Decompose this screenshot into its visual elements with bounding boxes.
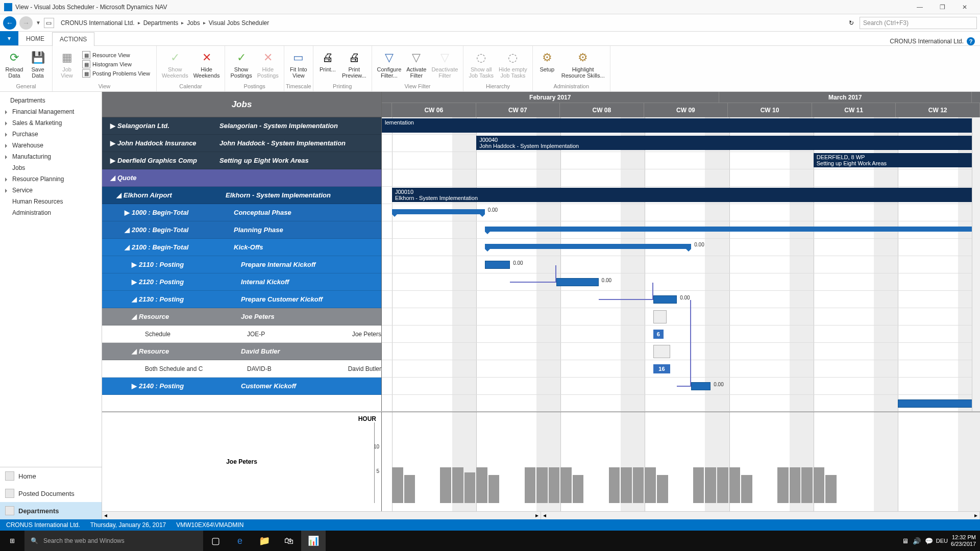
nav-dropdown-icon[interactable]: ▼ [36,20,41,26]
nav-home[interactable]: Home [0,467,102,485]
setup[interactable]: ⚙Setup [536,49,558,73]
breadcrumb-part[interactable]: Jobs [187,19,200,27]
tray-language[interactable]: DEU [936,538,948,544]
tab-home[interactable]: HOME [18,32,52,45]
highlight-resource-skills[interactable]: ⚙Highlight Resource Skills... [559,49,607,80]
breadcrumb-part[interactable]: Visual Jobs Scheduler [209,19,270,27]
resource-view[interactable]: ▦Resource View [82,51,150,59]
tray-icons[interactable]: 🖥 🔊 💬 [902,537,933,545]
gantt-bar-deerfield[interactable]: DEERFIELD, 8 WPSetting up Eight Work Are… [814,153,980,167]
gantt-summary-2000[interactable] [485,227,980,232]
close-button[interactable]: ✕ [953,0,976,14]
hide-weekends[interactable]: ✕Hide Weekends [191,49,222,80]
search-input[interactable]: Search (Ctrl+F3) [860,17,977,29]
histogram-view[interactable]: ▦Histogram View [82,60,150,68]
print[interactable]: 🖨Print... [316,49,339,73]
nav-item-sales-marketing[interactable]: Sales & Marketing [0,117,102,129]
refresh-button[interactable]: ↻ [846,18,856,28]
tray-clock[interactable]: 12:32 PM 6/23/2017 [951,534,976,547]
gantt-allocbox-david[interactable] [653,345,670,358]
gantt-task-2140[interactable] [691,382,710,390]
expand-icon[interactable]: ▶ [132,261,139,268]
breadcrumb-part[interactable]: Departments [143,19,179,27]
job-row[interactable]: ◢2000 : Begin-TotalPlanning Phase [102,221,381,239]
expand-icon[interactable]: ▶ [125,209,132,216]
expand-icon[interactable]: ◢ [132,347,139,355]
configure-filter[interactable]: ▽Configure Filter... [375,49,404,80]
nav-item-departments[interactable]: Departments [0,95,102,106]
maximize-button[interactable]: ❐ [931,0,953,14]
job-row[interactable]: ◢ResourceDavid Butler [102,343,381,360]
help-icon[interactable]: ? [967,37,975,45]
nav-item-service[interactable]: Service [0,185,102,196]
horizontal-scrollbars[interactable]: ◂▸ ◂▸ [102,511,980,519]
gantt-task-2130[interactable] [653,295,677,304]
file-tab[interactable]: ▾ [0,31,18,45]
job-row[interactable]: ◢2130 : PostingPrepare Customer Kickoff [102,291,381,308]
expand-icon[interactable]: ◢ [125,243,132,251]
save-data[interactable]: 💾Save Data [27,49,49,80]
gantt-alloc-david[interactable]: 16 [653,364,670,373]
nav-item-purchase[interactable]: Purchase [0,129,102,140]
expand-icon[interactable]: ◢ [125,226,132,234]
job-row[interactable]: ▶Selangorian Ltd.Selangorian - System Im… [102,117,381,135]
breadcrumb[interactable]: CRONUS International Ltd.▸ Departments▸ … [57,17,843,29]
tray-network-icon[interactable]: 💬 [925,537,933,545]
system-tray[interactable]: 🖥 🔊 💬 DEU 12:32 PM 6/23/2017 [902,534,980,547]
gantt-link[interactable] [599,283,653,300]
job-row[interactable]: ▶John Haddock InsuranceJohn Haddock - Sy… [102,135,381,152]
tab-actions[interactable]: ACTIONS [52,32,94,46]
reload-data[interactable]: ⟳Reload Data [3,49,26,80]
expand-icon[interactable]: ▶ [110,122,117,130]
job-row[interactable]: ScheduleJOE-PJoe Peters [102,325,381,343]
gantt-link[interactable] [510,265,556,283]
activate-filter[interactable]: ▽Activate Filter [404,49,428,80]
job-row[interactable]: ▶2120 : PostingInternal Kickoff [102,273,381,291]
job-row[interactable]: ◢2100 : Begin-TotalKick-Offs [102,239,381,256]
nav-item-resource-planning[interactable]: Resource Planning [0,173,102,185]
minimize-button[interactable]: — [909,0,931,14]
nav-item-manufacturing[interactable]: Manufacturing [0,151,102,162]
nav-back-button[interactable]: ← [3,16,16,30]
nav-item-administration[interactable]: Administration [0,207,102,218]
print-preview[interactable]: 🖨Print Preview... [340,49,369,80]
expand-icon[interactable]: ▶ [110,157,117,164]
tray-sound-icon[interactable]: 🔊 [913,537,921,545]
gantt-value[interactable]: 0.00 [488,207,498,213]
expand-icon[interactable]: ◢ [110,174,117,182]
gantt-value[interactable]: 0.00 [714,382,723,387]
capacity-chart[interactable] [382,412,980,511]
tray-icon[interactable]: 🖥 [902,537,909,545]
expand-icon[interactable]: ▶ [110,139,117,147]
posting-problems-view[interactable]: ▦Posting Problems View [82,69,150,78]
expand-icon[interactable]: ▶ [132,278,139,286]
nav-item-human-resources[interactable]: Human Resources [0,196,102,207]
start-button[interactable]: ⊞ [0,531,24,551]
taskbar-search[interactable]: 🔍 Search the web and Windows [24,531,203,551]
expand-icon[interactable]: ◢ [132,313,139,320]
task-view-button[interactable]: ▢ [203,531,228,551]
addr-root-icon[interactable]: ▭ [44,18,54,28]
fit-into-view[interactable]: ▭Fit Into View [287,49,310,80]
gantt-task-2110[interactable] [485,261,510,269]
nav-departments[interactable]: Departments [0,502,102,519]
gantt-alloc-joe[interactable]: 6 [653,330,664,339]
gantt-bar-selangorian[interactable]: lementation [382,118,980,133]
nav-app-icon[interactable]: 📊 [301,531,326,551]
gantt-bar-haddock[interactable]: J00040John Haddock - System Implementati… [476,136,980,150]
gantt-value[interactable]: 0.00 [694,242,704,247]
gantt-task-trailing[interactable] [898,399,980,408]
nav-item-warehouse[interactable]: Warehouse [0,140,102,151]
edge-icon[interactable]: e [228,531,252,551]
show-postings[interactable]: ✓Show Postings [228,49,254,80]
nav-posted-documents[interactable]: Posted Documents [0,485,102,502]
breadcrumb-part[interactable]: CRONUS International Ltd. [61,19,135,27]
job-row[interactable]: Both Schedule and CDAVID-BDavid Butler [102,360,381,378]
nav-item-jobs[interactable]: Jobs [0,162,102,173]
job-row[interactable]: ◢Quote [102,169,381,187]
expand-icon[interactable]: ▶ [132,382,139,390]
expand-icon[interactable]: ◢ [132,295,139,303]
job-row[interactable]: ◢ResourceJoe Peters [102,308,381,325]
nav-forward-button[interactable]: → [19,16,33,30]
gantt-summary-2100[interactable] [485,244,692,249]
